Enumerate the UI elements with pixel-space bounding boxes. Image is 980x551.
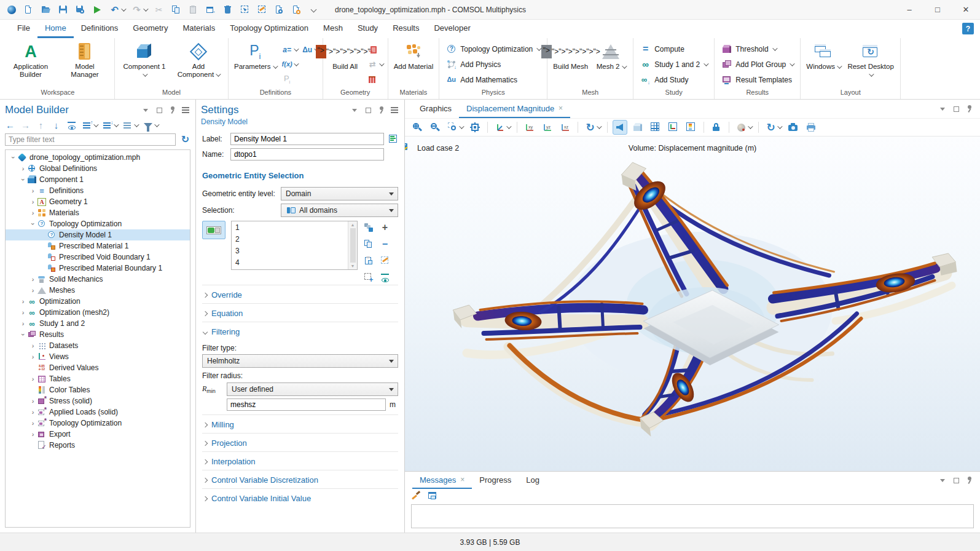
add-plot-group-button[interactable]: Add Plot Group <box>718 57 797 72</box>
material-render-button[interactable] <box>734 120 753 135</box>
panel-menu-icon[interactable] <box>182 106 190 114</box>
tree-item[interactable]: ›Datasets <box>6 340 190 351</box>
toggle-visibility-icon[interactable] <box>380 272 390 282</box>
section-filtering[interactable]: Filtering <box>202 322 398 340</box>
tree-item[interactable]: ›Views <box>6 351 190 362</box>
expander-icon[interactable]: › <box>29 198 37 205</box>
ribbon-tab-mesh[interactable]: Mesh <box>316 20 350 38</box>
save-search-button[interactable] <box>75 4 85 15</box>
expander-icon[interactable]: › <box>19 320 27 327</box>
ribbon-tab-home[interactable]: Home <box>37 20 74 38</box>
panel-float-icon[interactable] <box>155 106 163 114</box>
section-control-variable-discretization[interactable]: Control Variable Discretization <box>202 470 398 488</box>
message-settings-button[interactable] <box>427 491 437 502</box>
add-physics-button[interactable]: ↓Add Physics <box>442 57 544 72</box>
panel-caret-icon[interactable] <box>141 106 150 114</box>
model-manager-button[interactable]: Model Manager <box>58 40 111 89</box>
tree-item[interactable]: ›Results <box>6 329 190 340</box>
selection-list-item[interactable]: 2 <box>235 234 344 245</box>
tree-item[interactable]: ›≡Definitions <box>6 185 190 196</box>
doc-preview-button[interactable] <box>274 4 284 15</box>
sync-geometry-button[interactable]: ⇄ <box>366 58 385 71</box>
topology-q-button[interactable]: ?Topology Optimization <box>442 41 544 57</box>
select-frame-button[interactable] <box>240 4 250 15</box>
undo-button[interactable]: ↶ <box>109 4 125 15</box>
zoom-to-selection-icon[interactable]: + <box>363 272 374 282</box>
doc-zoom-button[interactable] <box>291 4 302 15</box>
open-file-button[interactable] <box>41 4 51 15</box>
refresh-icon[interactable]: ↻ <box>180 135 190 145</box>
expander-icon[interactable]: › <box>29 209 37 216</box>
zoom-in-button[interactable] <box>410 120 425 135</box>
move-down-button[interactable]: ↓ <box>51 120 61 130</box>
ribbon-tab-topology-optimization[interactable]: Topology Optimization <box>222 20 316 38</box>
panel-pin-icon[interactable] <box>965 476 974 485</box>
save-file-button[interactable] <box>58 4 68 15</box>
ribbon-tab-results[interactable]: Results <box>385 20 426 38</box>
study-inf-button[interactable]: ∞Study 1 and 2 <box>637 57 711 72</box>
result-templates-button[interactable]: Result Templates <box>718 72 797 87</box>
expander-icon[interactable]: › <box>29 220 37 228</box>
graphics-tab-graphics[interactable]: Graphics <box>412 100 459 118</box>
color-legend-button[interactable] <box>684 120 699 135</box>
ribbon-tab-geometry[interactable]: Geometry <box>125 20 175 38</box>
tree-item[interactable]: ›∞Optimization <box>6 296 190 307</box>
tree-item[interactable]: ›Component 1 <box>6 174 190 185</box>
parameters-pi-button[interactable]: PiParameters <box>232 40 279 89</box>
scene-light-button[interactable] <box>613 120 627 135</box>
section-interpolation[interactable]: Interpolation <box>202 451 398 470</box>
build-all-button[interactable]: ">">">">">">">">Build All <box>326 40 364 89</box>
dock-tab-messages[interactable]: Messages× <box>412 472 472 489</box>
zoom-box-button[interactable] <box>445 120 465 135</box>
create-selection-icon[interactable] <box>363 222 374 232</box>
show-axes-button[interactable] <box>666 120 681 135</box>
zoom-out-button[interactable] <box>428 120 442 135</box>
paste-qat-button[interactable] <box>188 4 198 15</box>
expander-icon[interactable]: › <box>29 287 37 294</box>
plane-xy-button[interactable]: xy <box>522 120 537 135</box>
expander-icon[interactable]: › <box>29 397 37 405</box>
expander-icon[interactable]: › <box>29 419 37 427</box>
virtual-ops-button[interactable] <box>366 73 385 85</box>
redo-button[interactable]: ↷ <box>131 4 147 15</box>
clear-entities-icon[interactable] <box>380 255 390 266</box>
remove-entity-icon[interactable]: − <box>380 239 390 249</box>
tree-item[interactable]: ›AGeometry 1 <box>6 196 190 207</box>
import-geometry-button[interactable]: ← <box>366 43 385 56</box>
section-control-variable-initial-value[interactable]: Control Variable Initial Value <box>202 488 398 507</box>
expander-icon[interactable]: › <box>29 342 37 349</box>
tree-item[interactable]: ›Global Definitions <box>6 163 190 174</box>
name-field[interactable] <box>230 148 384 161</box>
rename-icon[interactable] <box>388 134 398 145</box>
overflow-button[interactable] <box>308 4 319 15</box>
txt-a-eq-button[interactable]: a= <box>280 43 299 56</box>
close-tab-icon[interactable]: × <box>460 475 465 484</box>
copy-selection-icon[interactable] <box>363 239 374 249</box>
tree-item[interactable]: ›Export <box>6 429 190 440</box>
expand-all-button[interactable]: ↑ <box>82 120 97 130</box>
transparency-button[interactable] <box>630 120 645 135</box>
tree-item[interactable]: Prescribed Material Boundary 1 <box>6 263 190 274</box>
panel-caret-icon[interactable] <box>938 105 947 113</box>
ribbon-tab-materials[interactable]: Materials <box>175 20 222 38</box>
expander-icon[interactable]: › <box>19 298 27 305</box>
geometric-entity-level-select[interactable]: Domain <box>281 187 398 200</box>
tree-item[interactable]: Color Tables <box>6 384 190 395</box>
clear-frame-button[interactable] <box>257 4 267 15</box>
filter-type-select[interactable]: Helmholtz <box>202 354 398 368</box>
panel-menu-icon[interactable] <box>391 106 399 114</box>
section-milling[interactable]: Milling <box>202 414 398 433</box>
plane-xz-button[interactable]: xz <box>558 120 573 135</box>
add-math-button[interactable]: ΔuAdd Mathematics <box>442 72 544 87</box>
tree-item[interactable]: ›Solid Mechanics <box>6 274 190 285</box>
expander-icon[interactable]: › <box>29 430 37 438</box>
selection-list-item[interactable]: 3 <box>235 245 344 257</box>
expander-icon[interactable]: › <box>29 276 37 283</box>
messages-output[interactable] <box>411 504 974 528</box>
section-equation[interactable]: Equation <box>202 303 398 322</box>
section-override[interactable]: Override <box>202 285 398 303</box>
selection-list-scrollbar[interactable]: ▲▼ <box>348 221 357 269</box>
add-component-button[interactable]: Add Component <box>172 40 225 89</box>
panel-caret-icon[interactable] <box>350 106 359 114</box>
tree-filter-input[interactable] <box>5 133 176 146</box>
